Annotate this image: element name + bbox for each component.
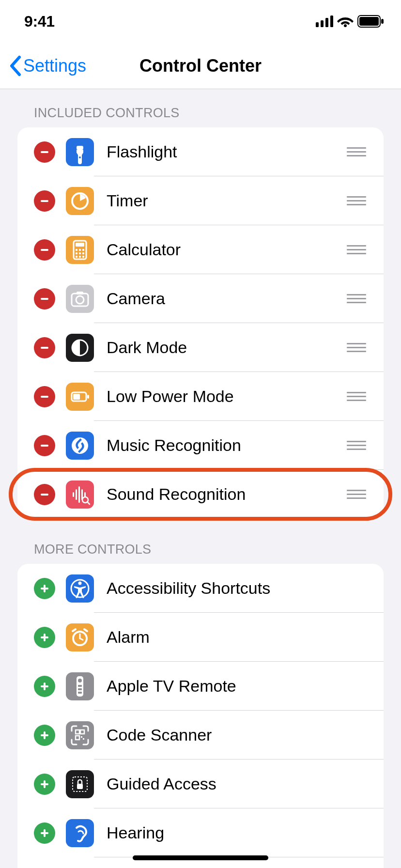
control-row: Code Scanner	[17, 711, 384, 760]
control-row: Calculator	[17, 225, 384, 274]
minus-icon	[40, 245, 49, 255]
svg-rect-8	[41, 151, 48, 153]
add-button[interactable]	[34, 627, 55, 648]
reorder-handle[interactable]	[347, 147, 366, 156]
svg-point-4	[344, 24, 347, 27]
plus-icon	[40, 633, 49, 642]
control-label: Calculator	[107, 240, 347, 259]
control-row: Hearing	[17, 808, 384, 857]
add-button[interactable]	[34, 774, 55, 795]
svg-rect-19	[41, 636, 48, 638]
minus-icon	[40, 294, 49, 304]
svg-rect-11	[41, 298, 48, 300]
section-header-included: Included Controls	[0, 89, 401, 127]
minus-icon	[40, 343, 49, 353]
svg-rect-7	[381, 19, 384, 24]
control-label: Flashlight	[107, 142, 347, 161]
flashlight-icon	[66, 138, 94, 166]
status-indicators	[316, 15, 385, 28]
add-button[interactable]	[34, 725, 55, 746]
control-row: Alarm	[17, 613, 384, 662]
svg-rect-0	[316, 22, 319, 27]
timer-icon	[66, 187, 94, 215]
control-row: Flashlight	[17, 127, 384, 176]
plus-icon	[40, 584, 49, 593]
sound-recog-icon	[66, 480, 94, 509]
svg-rect-3	[330, 16, 333, 27]
guided-icon	[66, 770, 94, 798]
hearing-icon	[66, 819, 94, 847]
wifi-icon	[337, 16, 354, 27]
control-row: Sound Recognition	[17, 470, 384, 519]
control-label: Dark Mode	[107, 338, 347, 357]
more-controls-list: Accessibility ShortcutsAlarmApple TV Rem…	[17, 564, 384, 868]
control-label: Low Power Mode	[107, 387, 347, 406]
remove-button[interactable]	[34, 190, 55, 212]
control-row: Low Power Mode	[17, 372, 384, 421]
back-button[interactable]: Settings	[0, 55, 86, 77]
remove-button[interactable]	[34, 484, 55, 505]
control-label: Timer	[107, 191, 347, 210]
nav-bar: Settings Control Center	[0, 43, 401, 89]
add-button[interactable]	[34, 822, 55, 844]
add-button[interactable]	[34, 578, 55, 599]
reorder-handle[interactable]	[347, 392, 366, 401]
minus-icon	[40, 147, 49, 157]
remove-button[interactable]	[34, 288, 55, 310]
status-bar: 9:41	[0, 0, 401, 43]
svg-rect-6	[359, 17, 379, 26]
control-label: Guided Access	[107, 775, 384, 793]
reorder-handle[interactable]	[347, 441, 366, 450]
remove-button[interactable]	[34, 337, 55, 358]
included-controls-list: FlashlightTimerCalculatorCameraDark Mode…	[17, 127, 384, 519]
reorder-handle[interactable]	[347, 196, 366, 205]
svg-rect-25	[41, 783, 48, 785]
remove-button[interactable]	[34, 435, 55, 456]
remove-button[interactable]	[34, 141, 55, 163]
svg-rect-27	[41, 832, 48, 834]
home-indicator	[133, 855, 268, 860]
remote-icon	[66, 672, 94, 700]
control-row: Camera	[17, 274, 384, 323]
control-row: Music Recognition	[17, 421, 384, 470]
control-label: Alarm	[107, 628, 384, 647]
reorder-handle[interactable]	[347, 490, 366, 499]
calculator-icon	[66, 236, 94, 264]
svg-rect-13	[41, 396, 48, 398]
back-label: Settings	[23, 56, 86, 76]
svg-rect-1	[321, 20, 324, 27]
plus-icon	[40, 682, 49, 691]
plus-icon	[40, 730, 49, 740]
svg-rect-14	[41, 445, 48, 447]
chevron-left-icon	[9, 55, 22, 77]
control-label: Accessibility Shortcuts	[107, 579, 384, 598]
control-label: Sound Recognition	[107, 485, 347, 504]
remove-button[interactable]	[34, 386, 55, 407]
control-label: Music Recognition	[107, 436, 347, 455]
svg-rect-17	[41, 588, 48, 589]
control-row: Guided Access	[17, 760, 384, 808]
camera-icon	[66, 285, 94, 313]
minus-icon	[40, 196, 49, 206]
reorder-handle[interactable]	[347, 294, 366, 303]
shazam-icon	[66, 432, 94, 460]
reorder-handle[interactable]	[347, 343, 366, 352]
dark-mode-icon	[66, 334, 94, 362]
add-button[interactable]	[34, 676, 55, 697]
plus-icon	[40, 828, 49, 838]
reorder-handle[interactable]	[347, 245, 366, 254]
control-label: Apple TV Remote	[107, 677, 384, 696]
plus-icon	[40, 779, 49, 789]
cellular-icon	[316, 16, 333, 27]
svg-rect-12	[41, 347, 48, 349]
alarm-icon	[66, 623, 94, 651]
control-row: Accessibility Shortcuts	[17, 564, 384, 613]
svg-rect-21	[41, 685, 48, 687]
accessibility-icon	[66, 574, 94, 603]
remove-button[interactable]	[34, 239, 55, 261]
minus-icon	[40, 490, 49, 499]
control-row: Dark Mode	[17, 323, 384, 372]
minus-icon	[40, 441, 49, 450]
svg-rect-10	[41, 249, 48, 251]
status-time: 9:41	[24, 13, 55, 31]
